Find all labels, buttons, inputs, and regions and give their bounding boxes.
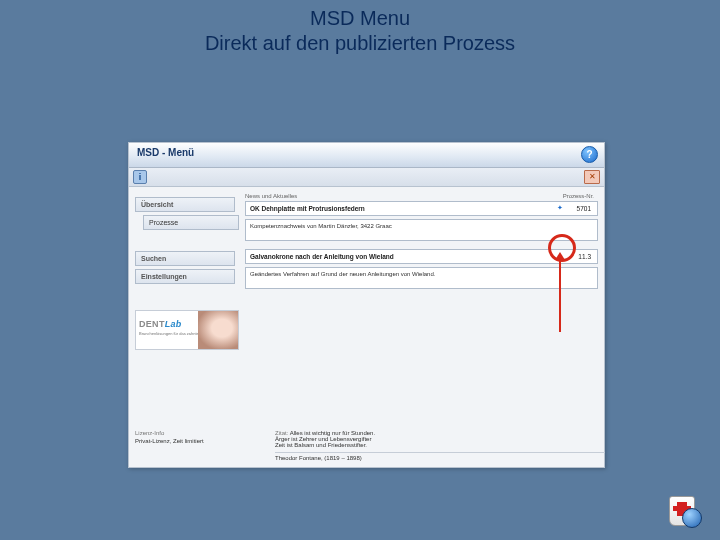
title-bar: MSD - Menü ?: [129, 143, 604, 168]
star-icon: ✦: [557, 252, 563, 260]
close-icon[interactable]: ✕: [584, 170, 600, 184]
quote-attribution: Theodor Fontane, (1819 – 1898): [275, 452, 605, 461]
news-item-1-title[interactable]: OK Dehnplatte mit Protrusionsfedern ✦ 57…: [245, 201, 598, 216]
news-item-2-desc: Geändertes Verfahren auf Grund der neuen…: [245, 267, 598, 289]
star-icon: ✦: [557, 204, 563, 212]
sidebar: Übersicht Prozesse Suchen Einstellungen …: [135, 197, 235, 350]
help-icon[interactable]: ?: [581, 146, 598, 163]
news-header-right: Prozess-Nr.: [563, 193, 594, 199]
slide-title-line2: Direkt auf den publizierten Prozess: [205, 32, 515, 54]
license-label: Lizenz-Info: [135, 430, 255, 436]
slide-title: MSD Menu Direkt auf den publizierten Pro…: [0, 6, 720, 56]
sidebar-item-processes[interactable]: Prozesse: [143, 215, 239, 230]
news-item-1-desc: Kompetenznachweis von Martin Dänzler, 34…: [245, 219, 598, 241]
sidebar-item-settings[interactable]: Einstellungen: [135, 269, 235, 284]
app-window: MSD - Menü ? i ✕ Übersicht Prozesse Such…: [128, 142, 605, 468]
window-title: MSD - Menü: [137, 147, 194, 158]
sidebar-item-overview[interactable]: Übersicht: [135, 197, 235, 212]
sidebar-item-search[interactable]: Suchen: [135, 251, 235, 266]
corner-logo: [666, 494, 702, 528]
brand-image: [198, 311, 238, 349]
footer: Lizenz-Info Privat-Lizenz, Zeit limitier…: [135, 430, 598, 461]
news-item-1-number: 5701: [577, 205, 591, 212]
brand-logo: DENTLab Branchenlösungen für das zahntec…: [135, 310, 239, 350]
news-column-header: News und Aktuelles Prozess-Nr.: [245, 193, 598, 201]
slide-title-line1: MSD Menu: [310, 7, 410, 29]
license-value: Privat-Lizenz, Zeit limitiert: [135, 438, 255, 444]
news-item-2-number: 11.3: [578, 253, 591, 260]
news-panel: News und Aktuelles Prozess-Nr. OK Dehnpl…: [245, 193, 598, 297]
news-item-2-title[interactable]: Galvanokrone nach der Anleitung von Wiel…: [245, 249, 598, 264]
info-icon[interactable]: i: [133, 170, 147, 184]
news-header-left: News und Aktuelles: [245, 193, 297, 199]
